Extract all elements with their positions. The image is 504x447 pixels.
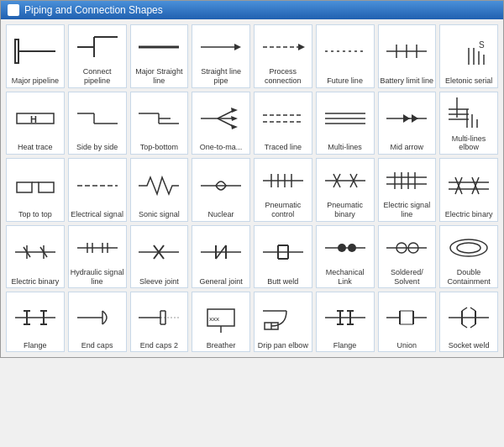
shape-icon-sonic-signal bbox=[133, 162, 186, 208]
shape-mid-arrow[interactable]: Mid arrow bbox=[378, 92, 437, 155]
svg-line-149 bbox=[470, 308, 475, 311]
shape-label: Straight line pipe bbox=[194, 67, 248, 86]
shape-traced-line[interactable]: Traced line bbox=[254, 92, 312, 155]
title-bar: Piping and Connection Shapes bbox=[1, 1, 503, 19]
shape-label: Flange bbox=[333, 341, 357, 350]
shape-icon-electric-signal-line bbox=[381, 162, 434, 199]
shape-label: Battery limit line bbox=[381, 76, 434, 86]
shape-label: Top to top bbox=[18, 210, 52, 219]
shape-label: Electric signal line bbox=[381, 201, 434, 219]
shape-connect-pipeline[interactable]: Connect pipeline bbox=[68, 24, 127, 88]
shape-hydraulic-signal-line[interactable]: Hydraulic signal line bbox=[68, 225, 127, 289]
shape-icon-union bbox=[381, 296, 434, 339]
shape-icon-pneumatic-control bbox=[256, 162, 310, 199]
shape-nuclear[interactable]: Nuclear bbox=[192, 158, 250, 222]
shape-icon-electrical-signal bbox=[71, 162, 124, 208]
shape-sleeve-joint[interactable]: Sleeve joint bbox=[130, 225, 189, 289]
shape-label: One-to-ma... bbox=[200, 143, 243, 152]
shape-end-caps-2[interactable]: End caps 2 bbox=[130, 292, 189, 352]
shape-electonic-serial[interactable]: S Eletonic serial bbox=[439, 24, 498, 88]
shape-label: End caps 2 bbox=[140, 341, 178, 350]
shape-major-pipeline[interactable]: Major pipeline bbox=[6, 24, 65, 88]
svg-rect-52 bbox=[39, 182, 54, 192]
svg-point-104 bbox=[348, 244, 356, 252]
shape-drip-pan-elbow[interactable]: Drip pan elbow bbox=[254, 292, 312, 352]
shape-label: Heat trace bbox=[18, 143, 53, 152]
shape-icon-drip-pan-elbow bbox=[256, 296, 310, 339]
shape-electric-binary2[interactable]: Electric binary bbox=[6, 225, 65, 289]
shape-electrical-signal[interactable]: Electrical signal bbox=[68, 158, 127, 222]
title-icon bbox=[8, 4, 19, 16]
shape-icon-electric-binary bbox=[442, 162, 496, 208]
shape-label: Future line bbox=[327, 76, 363, 86]
shape-flange2[interactable]: Flange bbox=[316, 292, 375, 352]
shape-one-to-many[interactable]: One-to-ma... bbox=[192, 92, 250, 155]
shape-process-connection[interactable]: Process connection bbox=[254, 24, 312, 88]
shape-icon-heat-trace: H bbox=[8, 96, 62, 142]
shape-icon-top-to-top bbox=[8, 162, 62, 208]
shape-general-joint[interactable]: General joint bbox=[192, 225, 250, 289]
shape-pneumatic-binary[interactable]: Pneumatic binary bbox=[316, 158, 375, 222]
shape-top-bottom[interactable]: Top-bottom bbox=[130, 92, 189, 155]
shape-union[interactable]: Union bbox=[378, 292, 437, 352]
shape-heat-trace[interactable]: H Heat trace bbox=[6, 92, 65, 155]
shape-electric-binary[interactable]: Electric binary bbox=[439, 158, 498, 222]
shape-icon-general-joint bbox=[194, 229, 248, 276]
shape-butt-weld[interactable]: Butt weld bbox=[254, 225, 312, 289]
shape-label: Hydraulic signal line bbox=[71, 268, 124, 287]
shape-mechanical-link[interactable]: Mechanical Link bbox=[316, 225, 375, 289]
shape-icon-breather: xxx bbox=[194, 296, 248, 339]
shape-multi-lines-elbow[interactable]: Multi-lines elbow bbox=[439, 92, 498, 155]
shape-icon-straight-line-pipe bbox=[194, 29, 248, 66]
shape-label: Electric binary bbox=[12, 277, 60, 287]
shape-pneumatic-control[interactable]: Pneumatic control bbox=[254, 158, 312, 222]
main-window: Piping and Connection Shapes Major pipel… bbox=[0, 0, 504, 358]
shape-label: Mid arrow bbox=[391, 143, 424, 152]
shape-label: Sonic signal bbox=[139, 210, 180, 219]
shape-icon-side-by-side bbox=[71, 96, 124, 142]
shape-label: Multi-lines elbow bbox=[442, 134, 496, 153]
shape-straight-line-pipe[interactable]: Straight line pipe bbox=[192, 24, 250, 88]
shape-label: Major pipeline bbox=[12, 76, 59, 86]
shape-soldered-solvent[interactable]: Soldered/ Solvent bbox=[378, 225, 437, 289]
shape-icon-top-bottom bbox=[133, 96, 186, 142]
shape-icon-nuclear bbox=[194, 162, 248, 208]
shape-icon-end-caps-2 bbox=[133, 296, 186, 339]
shape-label: Pneumatic control bbox=[256, 201, 310, 219]
shape-label: Breather bbox=[207, 341, 236, 350]
shape-icon-double-containment bbox=[442, 229, 496, 266]
shape-electric-signal-line[interactable]: Electric signal line bbox=[378, 158, 437, 222]
shape-future-line[interactable]: Future line bbox=[316, 24, 375, 88]
svg-text:S: S bbox=[479, 40, 485, 50]
shape-icon-electric-binary2 bbox=[8, 229, 62, 276]
shape-double-containment[interactable]: Double Containment bbox=[439, 225, 498, 289]
shape-sonic-signal[interactable]: Sonic signal bbox=[130, 158, 189, 222]
shape-icon-major-straight-line bbox=[133, 29, 186, 66]
shape-breather[interactable]: xxx Breather bbox=[192, 292, 250, 352]
shape-multi-lines[interactable]: Multi-lines bbox=[316, 92, 375, 155]
svg-point-108 bbox=[450, 239, 487, 256]
shape-label: Pneumatic binary bbox=[318, 201, 372, 219]
shape-label: Eletonic serial bbox=[445, 76, 492, 86]
svg-marker-33 bbox=[231, 108, 238, 113]
shape-major-straight-line[interactable]: Major Straight line bbox=[130, 24, 189, 88]
shape-side-by-side[interactable]: Side by side bbox=[68, 92, 127, 155]
svg-line-150 bbox=[470, 324, 475, 328]
svg-marker-35 bbox=[231, 124, 238, 129]
shape-label: Union bbox=[397, 341, 417, 350]
shape-flange[interactable]: Flange bbox=[6, 292, 65, 352]
shape-battery-limit-line[interactable]: Battery limit line bbox=[378, 24, 437, 88]
window-title: Piping and Connection Shapes bbox=[24, 4, 163, 16]
shape-end-caps[interactable]: End caps bbox=[68, 292, 127, 352]
shape-icon-one-to-many bbox=[194, 96, 248, 142]
shape-label: Butt weld bbox=[267, 277, 298, 287]
shape-icon-battery-limit-line bbox=[381, 29, 434, 75]
shape-label: End caps bbox=[81, 341, 113, 350]
shape-top-to-top[interactable]: Top to top bbox=[6, 158, 65, 222]
shape-label: Side by side bbox=[76, 143, 118, 152]
shape-icon-connect-pipeline bbox=[71, 29, 124, 66]
shape-icon-end-caps bbox=[71, 296, 124, 339]
shape-socket-weld[interactable]: Socket weld bbox=[439, 292, 498, 352]
shape-label: Flange bbox=[24, 341, 47, 350]
shape-icon-socket-weld bbox=[442, 296, 496, 339]
